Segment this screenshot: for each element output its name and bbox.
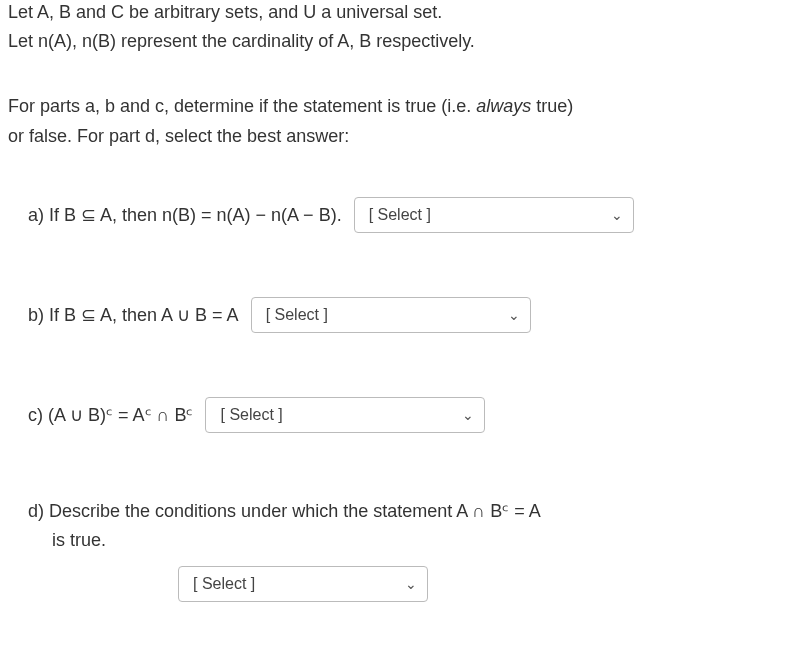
instructions-italic: always bbox=[476, 96, 531, 116]
question-d-line1: d) Describe the conditions under which t… bbox=[28, 501, 541, 521]
intro-line-2: Let n(A), n(B) represent the cardinality… bbox=[8, 29, 801, 54]
instructions-line-1: For parts a, b and c, determine if the s… bbox=[8, 94, 801, 119]
chevron-down-icon: ⌄ bbox=[508, 307, 520, 323]
instructions-post: true) bbox=[531, 96, 573, 116]
question-d-row: d) Describe the conditions under which t… bbox=[8, 497, 801, 603]
question-d-text: d) Describe the conditions under which t… bbox=[28, 497, 801, 555]
question-a-text: a) If B ⊆ A, then n(B) = n(A) − n(A − B)… bbox=[28, 204, 342, 226]
select-d-label: [ Select ] bbox=[193, 575, 255, 593]
question-a-row: a) If B ⊆ A, then n(B) = n(A) − n(A − B)… bbox=[8, 197, 801, 233]
select-a[interactable]: [ Select ] ⌄ bbox=[354, 197, 634, 233]
select-a-label: [ Select ] bbox=[369, 206, 431, 224]
question-b-text: b) If B ⊆ A, then A ∪ B = A bbox=[28, 304, 239, 326]
question-d-line2: is true. bbox=[28, 526, 801, 555]
question-c-text: c) (A ∪ B)ᶜ = Aᶜ ∩ Bᶜ bbox=[28, 404, 193, 426]
select-d[interactable]: [ Select ] ⌄ bbox=[178, 566, 428, 602]
chevron-down-icon: ⌄ bbox=[405, 576, 417, 592]
select-c-label: [ Select ] bbox=[220, 406, 282, 424]
chevron-down-icon: ⌄ bbox=[462, 407, 474, 423]
question-c-row: c) (A ∪ B)ᶜ = Aᶜ ∩ Bᶜ [ Select ] ⌄ bbox=[8, 397, 801, 433]
instructions-line-2: or false. For part d, select the best an… bbox=[8, 124, 801, 149]
select-b[interactable]: [ Select ] ⌄ bbox=[251, 297, 531, 333]
intro-line-1: Let A, B and C be arbitrary sets, and U … bbox=[8, 0, 801, 25]
select-b-label: [ Select ] bbox=[266, 306, 328, 324]
question-b-row: b) If B ⊆ A, then A ∪ B = A [ Select ] ⌄ bbox=[8, 297, 801, 333]
select-c[interactable]: [ Select ] ⌄ bbox=[205, 397, 485, 433]
chevron-down-icon: ⌄ bbox=[611, 207, 623, 223]
instructions-pre: For parts a, b and c, determine if the s… bbox=[8, 96, 476, 116]
